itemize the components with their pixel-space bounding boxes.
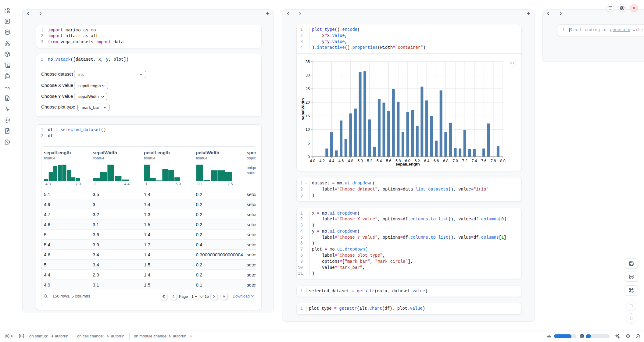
svg-text:4.6: 4.6 <box>338 159 344 163</box>
svg-text:6.8: 6.8 <box>443 159 448 163</box>
svg-text:7.2: 7.2 <box>462 159 467 163</box>
svg-text:0: 0 <box>308 155 310 159</box>
svg-text:6.4: 6.4 <box>424 159 429 163</box>
svg-text:7.8: 7.8 <box>491 159 496 163</box>
svg-text:4.2: 4.2 <box>320 159 325 163</box>
svg-text:5: 5 <box>308 141 310 145</box>
svg-text:5.0: 5.0 <box>357 159 363 163</box>
svg-text:35: 35 <box>306 60 310 64</box>
svg-text:5.6: 5.6 <box>386 159 391 163</box>
svg-text:7.4: 7.4 <box>472 159 477 163</box>
svg-text:15: 15 <box>306 114 310 118</box>
svg-text:sepalWidth: sepalWidth <box>301 98 305 120</box>
svg-text:10: 10 <box>306 128 310 132</box>
svg-text:8.0: 8.0 <box>500 159 505 163</box>
svg-text:4.4: 4.4 <box>329 159 334 163</box>
svg-text:6.6: 6.6 <box>434 159 439 163</box>
svg-text:7.0: 7.0 <box>453 159 458 163</box>
svg-text:4.8: 4.8 <box>348 159 353 163</box>
svg-text:5.2: 5.2 <box>367 159 372 163</box>
svg-text:20: 20 <box>306 100 310 105</box>
svg-text:7.6: 7.6 <box>481 159 486 163</box>
svg-text:30: 30 <box>306 73 310 77</box>
svg-text:4.0: 4.0 <box>310 159 315 163</box>
svg-text:5.4: 5.4 <box>377 159 382 163</box>
svg-text:sepalLength: sepalLength <box>395 162 420 166</box>
svg-text:25: 25 <box>306 87 310 91</box>
